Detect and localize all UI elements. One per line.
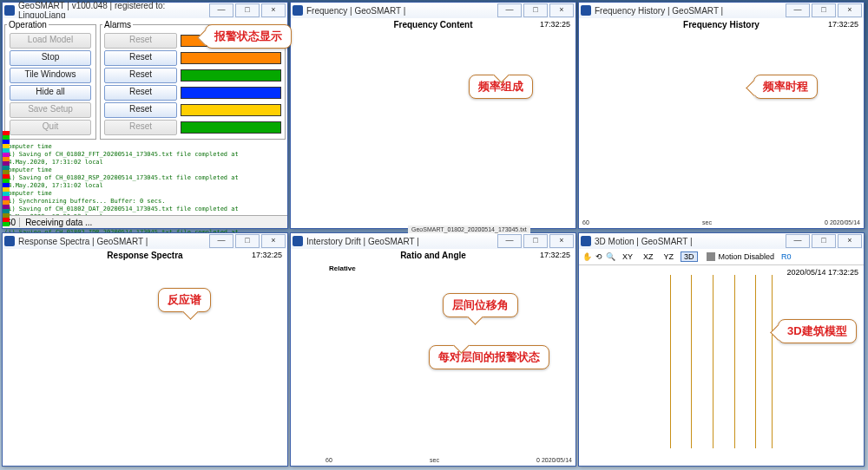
hand-icon[interactable]: ✋ bbox=[582, 252, 592, 261]
freqhist-plot-title: Frequency History bbox=[579, 20, 864, 29]
freqhist-title: Frequency History | GeoSMART | bbox=[595, 6, 784, 16]
operation-group: Operation Load Model Stop Tile Windows H… bbox=[4, 20, 96, 140]
file-strip: GeoSMART_01802_20200514_173045.txt bbox=[408, 225, 530, 233]
minimize-button[interactable]: — bbox=[209, 234, 233, 248]
maximize-button[interactable]: □ bbox=[523, 234, 548, 248]
reset-button[interactable]: Reset bbox=[104, 102, 177, 118]
callout-resp-spectra: 反应谱 bbox=[158, 288, 211, 312]
drift-time: 17:32:25 bbox=[540, 251, 570, 259]
maximize-button[interactable]: □ bbox=[235, 234, 260, 248]
r0-label: R0 bbox=[781, 252, 792, 261]
resp-status-badges bbox=[247, 254, 256, 455]
motion-timestamp: 2020/05/14 17:32:25 bbox=[786, 268, 858, 277]
frequency-plot-area bbox=[299, 32, 537, 218]
reset-button[interactable]: Reset bbox=[104, 50, 177, 66]
app-icon bbox=[4, 236, 15, 246]
freqhist-x-axis: 60 sec 0 2020/05/14 bbox=[579, 219, 864, 228]
resp-plot-title: Response Spectra bbox=[3, 251, 287, 260]
main-titlebar[interactable]: GeoSMART | v100.048 | registered to: Lin… bbox=[3, 3, 287, 19]
color-swatch bbox=[707, 252, 715, 261]
minimize-button[interactable]: — bbox=[786, 234, 810, 248]
callout-alarm-status: 报警状态显示 bbox=[205, 24, 292, 49]
minimize-button[interactable]: — bbox=[786, 3, 810, 17]
reset-button[interactable]: Reset bbox=[104, 85, 177, 101]
close-button[interactable]: × bbox=[549, 234, 574, 248]
motion-disabled-label: Motion Disabled bbox=[719, 252, 775, 261]
close-button[interactable]: × bbox=[838, 3, 862, 17]
minimize-button[interactable]: — bbox=[209, 3, 233, 17]
minimize-button[interactable]: — bbox=[497, 234, 522, 248]
close-button[interactable]: × bbox=[261, 234, 286, 248]
drift-titlebar[interactable]: Interstory Drift | GeoSMART | — □ × bbox=[291, 233, 575, 250]
freqhist-titlebar[interactable]: Frequency History | GeoSMART | — □ × bbox=[579, 3, 864, 19]
resp-title: Response Spectra | GeoSMART | bbox=[18, 237, 207, 246]
callout-3d-model: 3D建筑模型 bbox=[778, 319, 857, 343]
operation-legend: Operation bbox=[7, 20, 49, 29]
view-xy-button[interactable]: XY bbox=[619, 251, 636, 262]
hide-all-button[interactable]: Hide all bbox=[10, 85, 91, 101]
drift-title: Interstory Drift | GeoSMART | bbox=[306, 237, 496, 246]
drift-mini-charts bbox=[294, 254, 319, 455]
close-button[interactable]: × bbox=[549, 3, 574, 17]
rotate-icon[interactable]: ⟲ bbox=[595, 252, 602, 261]
alarm-bar bbox=[181, 104, 281, 116]
channel-color-bar bbox=[3, 131, 10, 216]
callout-freq-history: 频率时程 bbox=[753, 75, 818, 99]
stop-button[interactable]: Stop bbox=[10, 50, 91, 66]
freqhist-time: 17:32:25 bbox=[828, 20, 858, 29]
close-button[interactable]: × bbox=[261, 3, 286, 17]
3d-motion-window: 3D Motion | GeoSMART | — □ × ✋ ⟲ 🔍 XY XZ… bbox=[578, 232, 865, 467]
tile-windows-button[interactable]: Tile Windows bbox=[10, 68, 91, 83]
alarm-bar bbox=[181, 69, 281, 82]
response-spectra-window: Response Spectra | GeoSMART | — □ × Resp… bbox=[2, 232, 288, 467]
resp-x-axis bbox=[3, 457, 287, 466]
drift-alarm-status-column bbox=[556, 254, 563, 455]
freq-title: Frequency | GeoSMART | bbox=[306, 6, 496, 16]
quit-button[interactable]: Quit bbox=[10, 120, 91, 135]
freq-titlebar[interactable]: Frequency | GeoSMART | — □ × bbox=[291, 3, 575, 19]
motion-toolbar: ✋ ⟲ 🔍 XY XZ YZ 3D Motion Disabled R0 bbox=[579, 249, 864, 265]
close-button[interactable]: × bbox=[838, 234, 862, 248]
save-setup-button[interactable]: Save Setup bbox=[10, 102, 91, 118]
reset-button[interactable]: Reset bbox=[104, 120, 177, 135]
minimize-button[interactable]: — bbox=[497, 3, 522, 17]
motion-title: 3D Motion | GeoSMART | bbox=[595, 237, 784, 246]
callout-freq-content: 频率组成 bbox=[469, 75, 533, 99]
app-icon bbox=[581, 236, 591, 246]
zoom-icon[interactable]: 🔍 bbox=[606, 252, 615, 261]
reset-button[interactable]: Reset bbox=[104, 68, 177, 83]
alarm-bar bbox=[181, 52, 281, 64]
spectrogram-area bbox=[588, 32, 834, 218]
maximize-button[interactable]: □ bbox=[812, 234, 836, 248]
status-text: Receiving data ... bbox=[20, 218, 97, 227]
alarms-legend: Alarms bbox=[102, 20, 133, 29]
app-icon bbox=[293, 236, 303, 246]
app-icon bbox=[581, 5, 591, 16]
app-icon bbox=[293, 5, 303, 16]
callout-alarm-per-floor: 每对层间的报警状态 bbox=[429, 345, 549, 369]
drift-plot-title: Ratio and Angle bbox=[291, 251, 575, 260]
maximize-button[interactable]: □ bbox=[812, 3, 836, 17]
relative-label: Relative bbox=[329, 264, 356, 272]
view-xz-button[interactable]: XZ bbox=[640, 251, 657, 262]
frequency-history-window: Frequency History | GeoSMART | — □ × Fre… bbox=[578, 2, 865, 229]
drift-x-axis: 60 sec 0 2020/05/14 bbox=[291, 457, 575, 466]
view-3d-button[interactable]: 3D bbox=[681, 251, 698, 262]
motion-titlebar[interactable]: 3D Motion | GeoSMART | — □ × bbox=[579, 233, 864, 250]
frequency-window: Frequency | GeoSMART | — □ × Frequency C… bbox=[290, 2, 576, 229]
resp-titlebar[interactable]: Response Spectra | GeoSMART | — □ × bbox=[3, 233, 287, 250]
alarm-bar bbox=[181, 87, 281, 99]
maximize-button[interactable]: □ bbox=[235, 3, 260, 17]
reset-button[interactable]: Reset bbox=[104, 33, 177, 49]
callout-drift-angle: 层间位移角 bbox=[443, 293, 518, 317]
view-yz-button[interactable]: YZ bbox=[661, 251, 678, 262]
freq-plot-title: Frequency Content bbox=[291, 20, 575, 29]
freq-time: 17:32:25 bbox=[540, 20, 570, 29]
building-3d-model[interactable] bbox=[665, 275, 778, 448]
maximize-button[interactable]: □ bbox=[523, 3, 548, 17]
resp-time: 17:32:25 bbox=[252, 251, 282, 259]
load-model-button[interactable]: Load Model bbox=[10, 33, 91, 49]
main-title: GeoSMART | v100.048 | registered to: Lin… bbox=[18, 1, 207, 20]
alarm-bar bbox=[181, 121, 281, 134]
response-plot-area bbox=[11, 263, 251, 455]
